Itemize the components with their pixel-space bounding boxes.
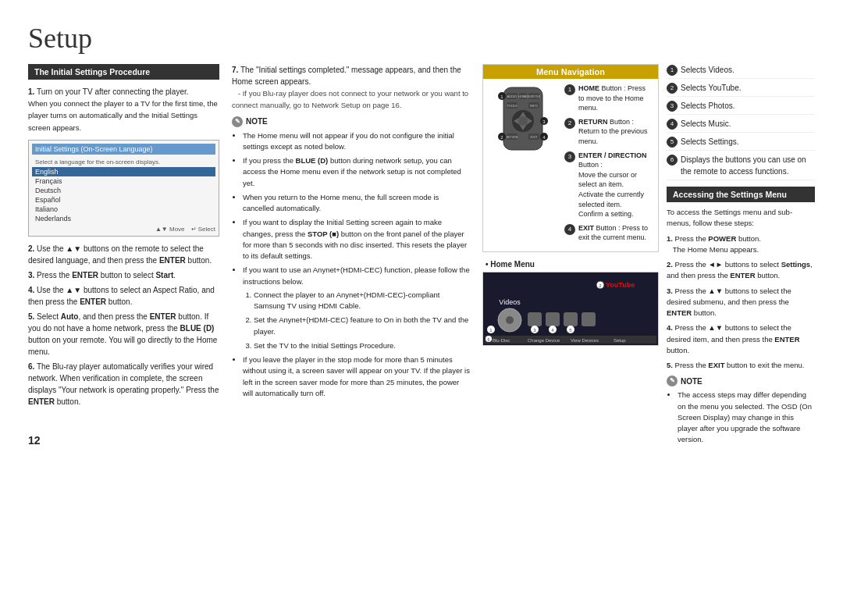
note-item-6: If you leave the player in the stop mode…: [243, 354, 470, 399]
note-item-3: When you return to the Home menu, the fu…: [243, 192, 470, 215]
settings-steps: To access the Settings menu and sub-menu…: [667, 207, 815, 371]
svg-text:6: 6: [488, 337, 490, 342]
svg-text:YouTube: YouTube: [606, 281, 635, 289]
remote-svg: AUDIO HOME SUBTITLE 1 TOOLS INFO: [488, 84, 558, 154]
settings-section-header: Accessing the Settings Menu: [667, 187, 815, 202]
settings-note-item-1: The access steps may differ depending on…: [678, 390, 815, 445]
step-1: 1. Turn on your TV after connecting the …: [28, 86, 219, 134]
settings-step-4: 4. Press the ▲▼ buttons to select the de…: [667, 322, 815, 356]
svg-rect-38: [528, 312, 542, 326]
page-number: 12: [28, 411, 219, 447]
note-item-4: If you want to display the Initial Setti…: [243, 217, 470, 262]
lang-italiano: Italiano: [32, 205, 215, 214]
left-column: The Initial Settings Procedure 1. Turn o…: [28, 64, 219, 600]
page-title: Setup: [28, 22, 815, 55]
svg-point-35: [506, 316, 514, 324]
middle-column: 7. The "Initial settings completed." mes…: [232, 64, 470, 600]
settings-note-label: ✎ NOTE: [667, 376, 815, 386]
note-icon: ✎: [232, 116, 243, 127]
sub-item-1: Connect the player to an Anynet+(HDMI-CE…: [254, 290, 470, 312]
settings-step-3: 3. Press the ▲▼ buttons to select the de…: [667, 286, 815, 319]
lang-nederlands: Nederlands: [32, 214, 215, 223]
sub-item-2: Set the Anynet+(HDMI-CEC) feature to On …: [254, 315, 470, 337]
nav-legend: 1 HOME Button : Press to move to the Hom…: [564, 84, 653, 247]
step-4: 4. Use the ▲▼ buttons to select an Aspec…: [28, 284, 219, 308]
right-main-column: Menu Navigation AUDIO: [482, 64, 659, 600]
remote-diagram: AUDIO HOME SUBTITLE 1 TOOLS INFO: [488, 84, 558, 154]
nav-item-3: 3 ENTER / DIRECTION Button :Move the cur…: [564, 151, 653, 219]
svg-text:Change Device: Change Device: [528, 338, 560, 343]
svg-text:View Devices: View Devices: [571, 338, 599, 343]
num-item-1: 1 Selects Videos.: [667, 64, 815, 79]
step-5: 5. Select Auto, and then press the ENTER…: [28, 311, 219, 358]
settings-step-1: 1. Press the POWER button. The Home Menu…: [667, 233, 815, 256]
note-item-1: The Home menu will not appear if you do …: [243, 130, 470, 153]
svg-text:Videos: Videos: [499, 298, 521, 306]
home-menu-image: YouTube 2 Videos 1: [482, 272, 659, 346]
note-list: The Home menu will not appear if you do …: [232, 130, 470, 400]
svg-rect-41: [582, 312, 596, 326]
lang-espanol: Español: [32, 195, 215, 205]
svg-text:EXIT: EXIT: [531, 135, 538, 139]
lang-deutsch: Deutsch: [32, 186, 215, 195]
sub-item-3: Set the TV to the Initial Settings Proce…: [254, 340, 470, 351]
note-item-2: If you press the BLUE (D) button during …: [243, 155, 470, 189]
right-outer: Menu Navigation AUDIO: [482, 64, 815, 600]
step-2: 2. Use the ▲▼ buttons on the remote to s…: [28, 243, 219, 266]
svg-text:HOME: HOME: [518, 94, 528, 98]
lang-francais: Français: [32, 176, 215, 186]
step-7: 7. The "Initial settings completed." mes…: [232, 64, 470, 112]
settings-step-5: 5. Press the EXIT button to exit the men…: [667, 360, 815, 371]
svg-rect-40: [564, 312, 578, 326]
note-item-5: If you want to use an Anynet+(HDMI-CEC) …: [243, 265, 470, 351]
home-menu-label: • Home Menu: [482, 260, 659, 269]
nav-item-2: 2 RETURN Button : Return to the previous…: [564, 117, 653, 147]
num-item-3: 3 Selects Photos.: [667, 100, 815, 115]
home-menu-svg: YouTube 2 Videos 1: [485, 273, 656, 344]
num-item-6: 6 Displays the buttons you can use on th…: [667, 154, 815, 180]
settings-intro: To access the Settings menu and sub-menu…: [667, 207, 815, 230]
num-item-5: 5 Selects Settings.: [667, 136, 815, 151]
right-side-column: 1 Selects Videos. 2 Selects YouTube. 3 S…: [659, 64, 815, 600]
menu-nav-content: AUDIO HOME SUBTITLE 1 TOOLS INFO: [483, 79, 658, 251]
menu-nav-header: Menu Navigation: [483, 65, 658, 79]
settings-note-box: ✎ NOTE The access steps may differ depen…: [667, 376, 815, 445]
note-box: ✎ NOTE The Home menu will not appear if …: [232, 116, 470, 400]
svg-point-18: [518, 116, 528, 126]
settings-note-icon: ✎: [667, 376, 678, 386]
menu-nav-box: Menu Navigation AUDIO: [482, 64, 659, 252]
svg-text:SUBTITLE: SUBTITLE: [528, 95, 541, 98]
svg-rect-39: [546, 312, 560, 326]
svg-text:TOOLS: TOOLS: [507, 104, 518, 108]
svg-text:AUDIO: AUDIO: [507, 94, 518, 98]
sub-list: Connect the player to an Anynet+(HDMI-CE…: [243, 290, 470, 351]
step-3: 3. Press the ENTER button to select Star…: [28, 269, 219, 281]
num-item-4: 4 Selects Music.: [667, 118, 815, 133]
numbered-items-list: 1 Selects Videos. 2 Selects YouTube. 3 S…: [667, 64, 815, 180]
lang-english: English: [32, 167, 215, 176]
settings-step-2: 2. Press the ◄► buttons to select Settin…: [667, 259, 815, 282]
nav-item-4: 4 EXIT Button : Press to exit the curren…: [564, 223, 653, 243]
svg-text:Blu-Disc: Blu-Disc: [493, 338, 510, 343]
step-6: 6. The Blu-ray player automatically veri…: [28, 361, 219, 408]
svg-text:Setup: Setup: [614, 338, 626, 343]
main-content: The Initial Settings Procedure 1. Turn o…: [28, 64, 815, 600]
svg-text:INFO: INFO: [530, 104, 538, 108]
screen-capture: Initial Settings (On-Screen Language) Se…: [28, 140, 219, 237]
note-label: ✎ NOTE: [232, 116, 470, 127]
screen-title: Initial Settings (On-Screen Language): [32, 144, 215, 155]
initial-settings-header: The Initial Settings Procedure: [28, 64, 219, 80]
svg-text:RETURN: RETURN: [507, 136, 518, 139]
nav-item-1: 1 HOME Button : Press to move to the Hom…: [564, 84, 653, 113]
page: Setup The Initial Settings Procedure 1. …: [0, 0, 843, 616]
settings-note-list: The access steps may differ depending on…: [667, 390, 815, 445]
num-item-2: 2 Selects YouTube.: [667, 82, 815, 97]
